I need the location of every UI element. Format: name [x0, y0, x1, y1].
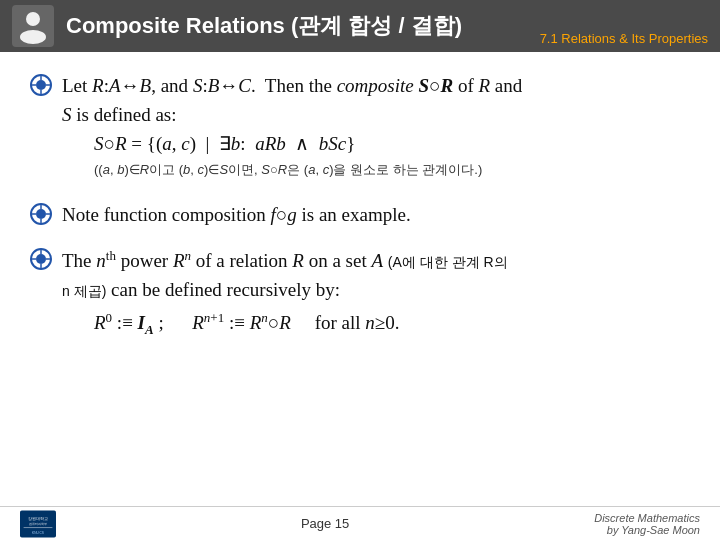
footer-credit: Discrete Mathematics by Yang-Sae Moon	[594, 512, 700, 536]
svg-point-16	[36, 254, 46, 264]
var-S2: S	[62, 104, 72, 125]
main-content: Let R:A↔B, and S:B↔C. Then the composite…	[0, 52, 720, 367]
formula-2: R0 :≡ IA ; Rn+1 :≡ Rn○R for all n≥0.	[94, 308, 508, 341]
sub-A: A	[145, 322, 154, 337]
var-R3: R	[292, 250, 304, 271]
svg-point-1	[26, 12, 40, 26]
sup-n1: n+1	[204, 310, 224, 325]
footer: 강원대학교 컴퓨터과학부 KNU CS Page 15 Discrete Mat…	[0, 506, 720, 540]
var-n: n	[96, 250, 106, 271]
svg-point-2	[20, 30, 46, 44]
var-B2: B	[208, 75, 220, 96]
expr-Rn1: R	[192, 313, 204, 334]
svg-point-10	[36, 209, 46, 219]
var-b: b	[231, 133, 241, 154]
svg-rect-24	[24, 527, 53, 528]
var-C: C	[238, 75, 251, 96]
section-3-line1: The nth power Rn of a relation R on a se…	[62, 246, 508, 276]
expr-aRb: aRb	[255, 133, 286, 154]
section-1: Let R:A↔B, and S:B↔C. Then the composite…	[30, 72, 690, 185]
formula-S: S	[94, 133, 104, 154]
formula-1: S○R = {(a, c) | ∃b: aRb ∧ bSc}	[94, 129, 522, 159]
var-g: g	[287, 204, 297, 225]
note-1: ((a, b)∈R이고 (b, c)∈S이면, S○R은 (a, c)을 원소로…	[94, 161, 522, 179]
footer-page: Page 15	[301, 516, 349, 531]
var-S: S	[193, 75, 203, 96]
svg-text:KNU CS: KNU CS	[32, 530, 44, 534]
svg-text:강원대학교: 강원대학교	[28, 516, 48, 520]
header-logo	[12, 5, 54, 47]
expr-SoR: S	[418, 75, 429, 96]
sup-n2: n	[261, 310, 268, 325]
section-1-line2: S is defined as:	[62, 101, 522, 130]
section-3: The nth power Rn of a relation R on a se…	[30, 246, 690, 341]
expr-R: R	[440, 75, 453, 96]
expr-R0: R	[94, 313, 106, 334]
header-title: Composite Relations (관계 합성 / 결합)	[66, 11, 540, 41]
expr-IA: I	[138, 313, 145, 334]
section-1-text: Let R:A↔B, and S:B↔C. Then the composite…	[62, 72, 522, 185]
svg-point-4	[36, 80, 46, 90]
expr-fog: f	[270, 204, 275, 225]
footer-logo: 강원대학교 컴퓨터과학부 KNU CS	[20, 510, 56, 538]
expr-Rn: Rn	[173, 250, 191, 271]
expr-R2: R	[279, 313, 291, 334]
korean-note: (A에 대한 관계 R의	[388, 254, 508, 270]
var-a: a	[162, 133, 172, 154]
var-n2: n	[365, 313, 375, 334]
sup-th: th	[106, 248, 116, 263]
var-R: R	[92, 75, 104, 96]
var-A2: A	[371, 250, 383, 271]
var-c: c	[181, 133, 189, 154]
section-2-text: Note function composition f○g is an exam…	[62, 201, 690, 230]
expr-Rn2: R	[250, 313, 262, 334]
section-3-text: The nth power Rn of a relation R on a se…	[62, 246, 508, 341]
header: Composite Relations (관계 합성 / 결합) 7.1 Rel…	[0, 0, 720, 52]
bullet-icon-3	[30, 248, 52, 270]
header-subtitle: 7.1 Relations & Its Properties	[540, 31, 708, 52]
university-logo: 강원대학교 컴퓨터과학부 KNU CS	[20, 510, 56, 538]
var-R2: R	[479, 75, 491, 96]
expr-bSc: bSc	[319, 133, 346, 154]
footer-credit-line1: Discrete Mathematics	[594, 512, 700, 524]
sup-0: 0	[106, 310, 113, 325]
var-B1: B	[140, 75, 152, 96]
korean-note-2: n 제곱)	[62, 283, 106, 299]
formula-R: R	[115, 133, 127, 154]
section-3-line2: n 제곱) can be defined recursively by:	[62, 276, 508, 305]
circ-1: ○	[429, 75, 440, 96]
svg-text:컴퓨터과학부: 컴퓨터과학부	[29, 521, 47, 525]
var-A: A	[109, 75, 121, 96]
word-composite: composite	[337, 75, 414, 96]
footer-credit-line2: by Yang-Sae Moon	[594, 524, 700, 536]
section-2: Note function composition f○g is an exam…	[30, 201, 690, 230]
bullet-icon-1	[30, 74, 52, 96]
bullet-icon-2	[30, 203, 52, 225]
